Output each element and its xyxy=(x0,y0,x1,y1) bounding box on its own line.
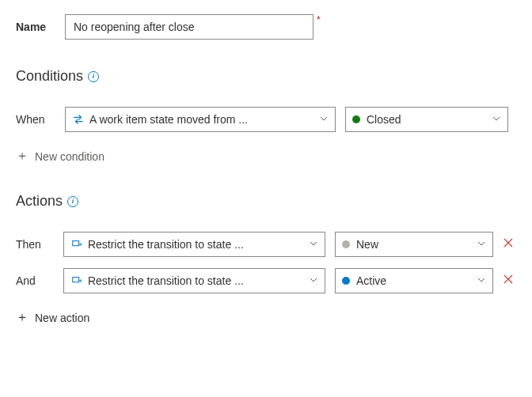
action-type-dropdown[interactable]: Restrict the transition to state ... xyxy=(63,268,325,293)
conditions-header: Conditions i xyxy=(16,68,516,85)
required-indicator: * xyxy=(317,14,321,25)
name-input[interactable] xyxy=(65,14,314,40)
plus-icon: ＋ xyxy=(16,148,28,164)
name-label: Name xyxy=(16,21,65,33)
close-icon xyxy=(503,274,514,288)
action-row: And Restrict the transition to state ...… xyxy=(16,268,516,293)
state-dot-icon xyxy=(342,277,350,285)
info-icon[interactable]: i xyxy=(88,71,99,82)
action-value-dropdown[interactable]: Active xyxy=(335,268,493,293)
condition-type-dropdown[interactable]: A work item state moved from ... xyxy=(65,107,336,132)
svg-rect-1 xyxy=(73,278,79,282)
action-row: Then Restrict the transition to state ..… xyxy=(16,232,516,257)
delete-action-button[interactable] xyxy=(501,237,516,251)
svg-rect-0 xyxy=(73,241,79,246)
action-prefix: And xyxy=(16,274,63,287)
restrict-icon xyxy=(70,274,83,287)
condition-row: When A work item state moved from ... Cl… xyxy=(16,107,516,132)
chevron-down-icon xyxy=(477,239,486,251)
condition-type-text: A work item state moved from ... xyxy=(89,113,319,126)
action-type-dropdown[interactable]: Restrict the transition to state ... xyxy=(63,232,325,257)
restrict-icon xyxy=(70,238,83,251)
chevron-down-icon xyxy=(309,275,318,287)
chevron-down-icon xyxy=(477,275,486,287)
state-dot-icon xyxy=(342,240,350,248)
conditions-title: Conditions xyxy=(16,68,83,85)
action-type-text: Restrict the transition to state ... xyxy=(88,238,309,251)
condition-prefix: When xyxy=(16,113,65,126)
actions-header: Actions i xyxy=(16,193,516,210)
chevron-down-icon xyxy=(492,114,501,126)
action-value-dropdown[interactable]: New xyxy=(335,232,493,257)
close-icon xyxy=(503,237,514,251)
chevron-down-icon xyxy=(309,239,318,251)
new-condition-label: New condition xyxy=(35,150,104,163)
actions-title: Actions xyxy=(16,193,63,210)
condition-value-text: Closed xyxy=(367,113,492,126)
action-type-text: Restrict the transition to state ... xyxy=(88,274,309,287)
info-icon[interactable]: i xyxy=(67,196,78,207)
delete-action-button[interactable] xyxy=(501,274,516,288)
new-condition-button[interactable]: ＋ New condition xyxy=(16,148,516,164)
transition-icon xyxy=(72,113,85,126)
plus-icon: ＋ xyxy=(16,309,28,326)
new-action-button[interactable]: ＋ New action xyxy=(16,309,516,326)
condition-value-dropdown[interactable]: Closed xyxy=(345,107,508,132)
state-dot-icon xyxy=(352,115,360,123)
action-value-text: Active xyxy=(356,274,477,287)
chevron-down-icon xyxy=(319,114,329,126)
new-action-label: New action xyxy=(35,312,89,324)
action-value-text: New xyxy=(356,238,477,251)
action-prefix: Then xyxy=(16,238,63,251)
